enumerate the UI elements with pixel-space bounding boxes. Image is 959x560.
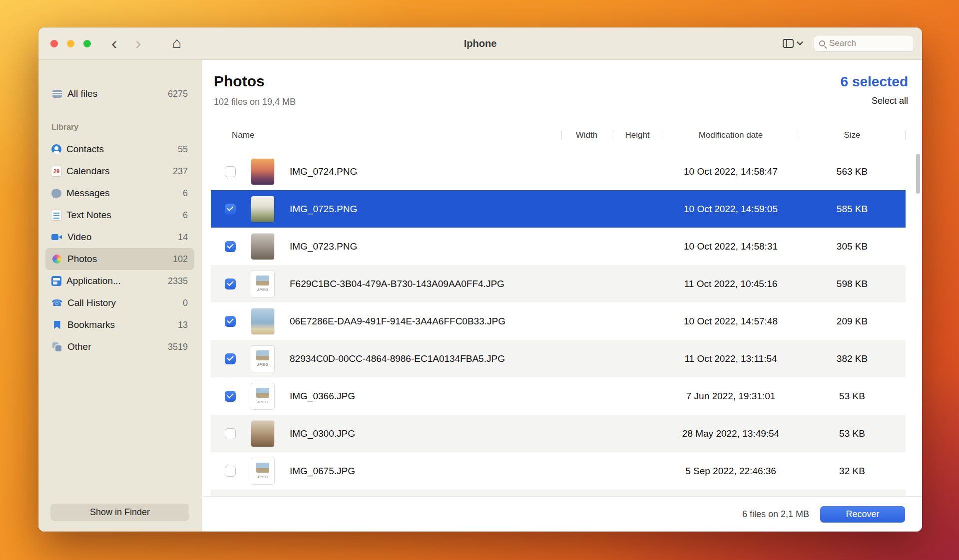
file-size: 32 KB <box>799 466 906 477</box>
sidebar-item-messages[interactable]: Messages6 <box>45 182 194 204</box>
chevron-down-icon <box>797 39 803 45</box>
file-modification-date: 7 Jun 2022, 19:31:01 <box>663 391 799 402</box>
scrollbar[interactable] <box>916 153 921 496</box>
column-header-date[interactable]: Modification date <box>663 130 799 140</box>
jpeg-preview-icon <box>256 463 269 473</box>
file-name: IMG_0366.JPG <box>290 391 561 402</box>
forward-button[interactable]: › <box>135 27 141 58</box>
file-thumbnail <box>251 421 274 447</box>
table-row[interactable]: IMG_0725.PNG10 Oct 2022, 14:59:05585 KB <box>211 190 906 228</box>
sidebar-item-count: 55 <box>178 144 188 155</box>
file-modification-date: 10 Oct 2022, 14:58:47 <box>663 166 799 177</box>
table-row[interactable]: JPEGF629C1BC-3B04-479A-B730-143A09AA0FF4… <box>211 265 906 302</box>
scrollbar-thumb[interactable] <box>916 154 920 194</box>
file-modification-date: 11 Oct 2022, 13:11:54 <box>663 353 799 364</box>
column-divider <box>612 131 612 140</box>
row-checkbox-checked[interactable] <box>225 279 236 289</box>
sidebar-item-count: 13 <box>178 320 188 330</box>
file-size: 209 KB <box>799 316 906 327</box>
sidebar-item-count: 6 <box>183 188 188 199</box>
sidebar-item-label: Text Notes <box>66 210 178 221</box>
partial-row <box>211 490 906 496</box>
file-modification-date: 10 Oct 2022, 14:59:05 <box>663 204 799 215</box>
footer-bar: 6 files on 2,1 MB Recover <box>203 496 922 532</box>
zoom-button[interactable] <box>83 40 91 47</box>
column-header-width[interactable]: Width <box>561 130 612 140</box>
sidebar-item-text-notes[interactable]: Text Notes6 <box>45 204 194 226</box>
sidebar-item-other[interactable]: Other3519 <box>45 336 194 358</box>
sidebar-items: Contacts5529Calendars237Messages6Text No… <box>45 138 194 358</box>
table-row[interactable]: JPEGIMG_0366.JPG7 Jun 2022, 19:31:0153 K… <box>211 377 906 415</box>
sidebar-section-library: Library <box>51 123 78 132</box>
back-button[interactable]: ‹ <box>111 27 117 58</box>
column-divider <box>799 131 799 140</box>
messages-icon <box>51 189 61 198</box>
sidebar: All files 6275 Library Contacts5529Calen… <box>38 60 202 532</box>
jpeg-badge: JPEG <box>257 475 268 479</box>
row-checkbox-checked[interactable] <box>225 316 236 327</box>
row-checkbox[interactable] <box>225 428 236 439</box>
sidebar-item-video[interactable]: Video14 <box>45 226 194 248</box>
file-size: 382 KB <box>799 353 906 364</box>
home-icon[interactable]: ⌂ <box>172 27 181 58</box>
sidebar-item-all-files[interactable]: All files 6275 <box>45 83 194 105</box>
page-title: Photos <box>214 73 265 90</box>
sidebar-item-bookmarks[interactable]: Bookmarks13 <box>45 314 194 336</box>
search-icon <box>819 40 825 46</box>
sidebar-item-calendars[interactable]: 29Calendars237 <box>45 160 194 182</box>
row-checkbox-checked[interactable] <box>225 241 236 252</box>
table-row[interactable]: JPEGIMG_0675.JPG5 Sep 2022, 22:46:3632 K… <box>211 452 906 490</box>
sidebar-item-applications[interactable]: Application...2335 <box>45 270 194 292</box>
file-modification-date: 5 Sep 2022, 22:46:36 <box>663 466 799 477</box>
selected-count: 6 selected <box>841 74 908 90</box>
other-icon <box>51 341 62 352</box>
sidebar-item-contacts[interactable]: Contacts55 <box>45 138 194 160</box>
show-in-finder-button[interactable]: Show in Finder <box>50 504 189 521</box>
column-header-size[interactable]: Size <box>799 130 906 140</box>
row-checkbox[interactable] <box>225 166 236 177</box>
contacts-icon <box>51 144 61 154</box>
close-button[interactable] <box>50 40 58 47</box>
file-name: F629C1BC-3B04-479A-B730-143A09AA0FF4.JPG <box>290 279 561 289</box>
jpeg-file-icon: JPEG <box>251 383 274 409</box>
recover-button[interactable]: Recover <box>820 506 905 523</box>
bookmarks-icon <box>51 319 62 330</box>
view-options-button[interactable] <box>783 27 802 59</box>
table-row[interactable]: IMG_0300.JPG28 May 2022, 13:49:5453 KB <box>211 415 906 452</box>
sidebar-item-call-history[interactable]: Call History0 <box>45 292 194 314</box>
row-checkbox-checked[interactable] <box>225 204 236 215</box>
sidebar-item-label: Call History <box>67 297 178 308</box>
select-all-button[interactable]: Select all <box>872 96 908 106</box>
row-checkbox-checked[interactable] <box>225 391 236 402</box>
video-icon <box>51 232 62 243</box>
column-divider <box>663 131 663 140</box>
row-checkbox[interactable] <box>225 466 236 477</box>
file-modification-date: 10 Oct 2022, 14:58:31 <box>663 241 799 252</box>
table-row[interactable]: 06E7286E-DAA9-491F-914E-3A4A6FFC0B33.JPG… <box>211 302 906 340</box>
sidebar-item-label: Contacts <box>66 144 173 155</box>
view-grid-icon <box>783 39 794 48</box>
search-input[interactable]: Search <box>814 35 914 52</box>
jpeg-file-icon: JPEG <box>251 271 274 297</box>
selection-summary: 6 files on 2,1 MB <box>742 509 809 520</box>
file-name: IMG_0725.PNG <box>290 204 561 215</box>
row-checkbox-checked[interactable] <box>225 353 236 364</box>
search-placeholder: Search <box>829 38 856 48</box>
table-row[interactable]: IMG_0723.PNG10 Oct 2022, 14:58:31305 KB <box>211 228 906 265</box>
file-modification-date: 28 May 2022, 13:49:54 <box>663 428 799 439</box>
file-name: 06E7286E-DAA9-491F-914E-3A4A6FFC0B33.JPG <box>290 316 561 327</box>
sidebar-item-count: 237 <box>173 166 188 177</box>
file-modification-date: 11 Oct 2022, 10:45:16 <box>663 279 799 289</box>
minimize-button[interactable] <box>67 40 74 47</box>
column-header-name[interactable]: Name <box>211 130 561 140</box>
table-row[interactable]: IMG_0724.PNG10 Oct 2022, 14:58:47563 KB <box>211 153 906 190</box>
column-header-height[interactable]: Height <box>612 130 663 140</box>
jpeg-badge: JPEG <box>257 400 268 404</box>
file-name: IMG_0675.JPG <box>290 466 561 477</box>
sidebar-item-photos[interactable]: Photos102 <box>45 248 194 270</box>
jpeg-file-icon: JPEG <box>251 458 274 484</box>
table-row[interactable]: JPEG82934C0D-00CC-4864-8986-EC1A0134FBA5… <box>211 340 906 377</box>
file-name: 82934C0D-00CC-4864-8986-EC1A0134FBA5.JPG <box>290 353 561 364</box>
sidebar-item-label: All files <box>67 88 163 99</box>
sidebar-item-label: Other <box>67 341 163 352</box>
